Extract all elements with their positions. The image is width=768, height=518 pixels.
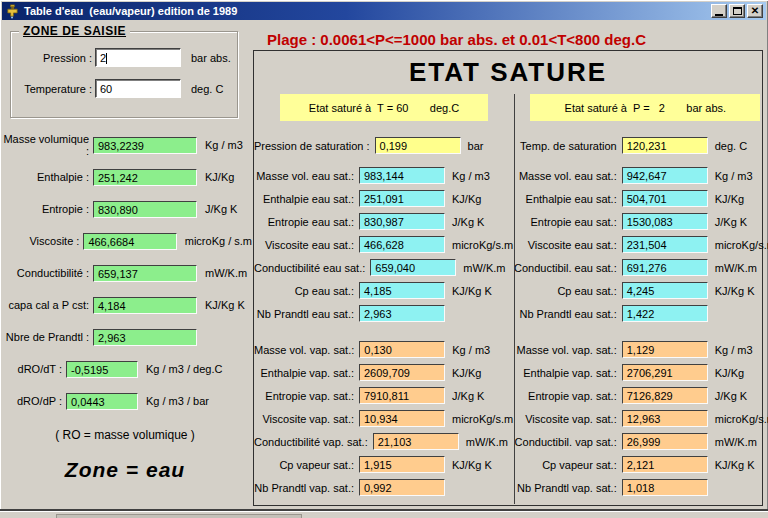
- result-label: dRO/dT :: [0, 363, 66, 375]
- sat-unit: KJ/Kg K: [715, 285, 768, 297]
- left-results: Masse volumique : 983,2239 Kg / m3 Entha…: [0, 136, 252, 424]
- sat-label: Cp vapeur sat.:: [514, 459, 622, 471]
- result-value: 659,137: [93, 265, 197, 282]
- sat-value: 1,422: [622, 305, 708, 322]
- result-unit: KJ/Kg K: [205, 299, 245, 311]
- sat-value: 251,091: [359, 190, 445, 207]
- sat-value: 504,701: [622, 190, 708, 207]
- result-row: capa cal a P cst: 4,184 KJ/Kg K: [0, 296, 252, 314]
- result-value: 466,6684: [83, 233, 176, 250]
- sat-row: Viscosite eau sat.: 231,504 microKg/s.m: [514, 236, 768, 253]
- sat-unit: deg. C: [715, 140, 768, 152]
- sat-label: Viscosite eau sat.:: [514, 239, 622, 251]
- result-unit: Kg / m3: [205, 139, 243, 151]
- result-row: dRO/dT : -0,5195 Kg / m3 / deg.C: [0, 360, 252, 378]
- sat-label: Viscosite eau sat.:: [254, 239, 359, 251]
- sat-row: Enthalpie eau sat.: 504,701 KJ/Kg: [514, 190, 768, 207]
- temperature-row: Temperature : 60 deg. C: [11, 79, 237, 98]
- sat-label: Nb Prandtl vap. sat.:: [514, 482, 622, 494]
- sat-value: 0,992: [359, 479, 445, 496]
- sat-label: Nb Prandtl vap. sat.:: [254, 482, 359, 494]
- sat-unit: KJ/Kg K: [452, 285, 514, 297]
- faucet-icon[interactable]: [5, 4, 20, 19]
- sat-label: Masse vol. vap. sat.:: [254, 344, 359, 356]
- sat-value: 1,129: [622, 341, 708, 358]
- sat-unit: J/Kg K: [715, 216, 768, 228]
- sat-value: 659,040: [370, 259, 456, 276]
- sat-label: Masse vol. eau sat.:: [514, 170, 622, 182]
- result-unit: mW/K.m: [205, 267, 247, 279]
- minimize-icon: [715, 14, 723, 16]
- sat-rows-pressure: Temp. de saturation 120,231 deg. C Masse…: [514, 121, 768, 502]
- sat-label: Nb Prandtl eau sat.:: [514, 308, 622, 320]
- result-value: 983,2239: [93, 137, 197, 154]
- result-row: Viscosite : 466,6684 microKg / s.m: [0, 232, 252, 250]
- minimize-button[interactable]: [711, 4, 727, 18]
- sat-unit: Kg / m3: [715, 344, 768, 356]
- result-label: Nbre de Prandtl :: [0, 331, 93, 343]
- result-value: 0,0443: [66, 393, 138, 410]
- sat-value: 2706,291: [622, 364, 708, 381]
- column-divider: [514, 94, 515, 504]
- sat-value: 10,934: [359, 410, 445, 427]
- sat-label: Viscosite vap. sat.:: [254, 413, 359, 425]
- input-zone-title: ZONE DE SAISIE: [19, 24, 130, 38]
- sat-unit: microKg/s.m: [715, 413, 768, 425]
- sat-value: 12,963: [622, 410, 708, 427]
- sat-row: Cp eau sat.: 4,185 KJ/Kg K: [254, 282, 514, 299]
- result-label: Viscosite :: [0, 235, 83, 247]
- sat-value: 466,628: [359, 236, 445, 253]
- maximize-button[interactable]: [729, 4, 745, 18]
- sat-row: Masse vol. eau sat.: 983,144 Kg / m3: [254, 167, 514, 184]
- sat-row: Entropie vap. sat.: 7126,829 J/Kg K: [514, 387, 768, 404]
- temperature-label: Temperature :: [11, 83, 95, 95]
- result-label: capa cal a P cst:: [0, 299, 93, 311]
- sat-row: Masse vol. vap. sat.: 1,129 Kg / m3: [514, 341, 768, 358]
- sat-value: 231,504: [622, 236, 708, 253]
- titlebar[interactable]: Table d'eau (eau/vapeur) edition de 1989…: [2, 2, 766, 20]
- result-label: Entropie :: [0, 203, 93, 215]
- sat-value: 830,987: [359, 213, 445, 230]
- sat-row: Cp eau sat.: 4,245 KJ/Kg K: [514, 282, 768, 299]
- sat-label: Conductibilité vap. sat.:: [254, 436, 373, 448]
- sat-value: 2609,709: [359, 364, 445, 381]
- sat-value: 2,963: [359, 305, 445, 322]
- sat-row: Entropie eau sat.: 1530,083 J/Kg K: [514, 213, 768, 230]
- sat-unit: mW/K.m: [715, 436, 768, 448]
- sat-value: 983,144: [359, 167, 445, 184]
- pression-input[interactable]: 2: [95, 48, 181, 67]
- result-value: 251,242: [93, 169, 197, 186]
- result-label: Conductibilité :: [0, 267, 93, 279]
- sat-value: 0,199: [375, 137, 461, 154]
- result-unit: Kg / m3 / deg.C: [146, 363, 222, 375]
- sat-unit: Kg / m3: [452, 170, 514, 182]
- sat-row: Cp vapeur sat.: 2,121 KJ/Kg K: [514, 456, 768, 473]
- sat-column-temperature: Etat saturé à T = 60 deg.C Pression de s…: [254, 93, 514, 505]
- sat-label: Conductibil. eau sat.:: [514, 262, 622, 274]
- result-row: dRO/dP : 0,0443 Kg / m3 / bar: [0, 392, 252, 410]
- sat-row: Nb Prandtl eau sat.: 2,963: [254, 305, 514, 322]
- sat-unit: microKg/s.m: [452, 239, 514, 251]
- taskbar-button[interactable]: [56, 514, 302, 518]
- pression-unit: bar abs.: [191, 52, 231, 64]
- sat-value: 120,231: [622, 137, 708, 154]
- sat-row: Viscosite eau sat.: 466,628 microKg/s.m: [254, 236, 514, 253]
- sat-row: Entropie eau sat.: 830,987 J/Kg K: [254, 213, 514, 230]
- result-value: 4,184: [93, 297, 197, 314]
- sat-unit: microKg/s.m: [452, 413, 514, 425]
- result-unit: KJ/Kg: [205, 171, 234, 183]
- close-button[interactable]: ✕: [747, 4, 763, 18]
- sat-value: 7910,811: [359, 387, 445, 404]
- sat-unit: Kg / m3: [715, 170, 768, 182]
- sat-panel: ETAT SATURE Etat saturé à T = 60 deg.C P…: [253, 50, 763, 506]
- sat-label: Pression de saturation :: [254, 140, 375, 152]
- result-value: 830,890: [93, 201, 197, 218]
- input-zone-groupbox: ZONE DE SAISIE Pression : 2 bar abs. Tem…: [10, 31, 238, 118]
- sat-value: 26,999: [622, 433, 708, 450]
- temperature-input[interactable]: 60: [95, 79, 181, 98]
- taskbar-strip: [0, 511, 768, 518]
- sat-row: Enthalpie vap. sat.: 2609,709 KJ/Kg: [254, 364, 514, 381]
- sat-unit: microKg/s.m: [715, 239, 768, 251]
- sat-row: Viscosite vap. sat.: 12,963 microKg/s.m: [514, 410, 768, 427]
- sat-unit: KJ/Kg K: [452, 459, 514, 471]
